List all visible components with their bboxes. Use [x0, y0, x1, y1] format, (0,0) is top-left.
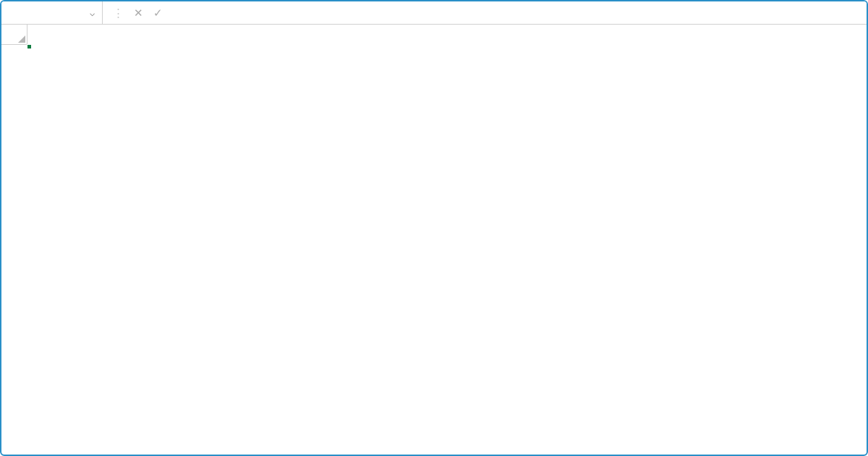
enter-icon[interactable]: ✓ [153, 7, 163, 20]
divider-icon: ⋮ [113, 7, 124, 20]
select-all-corner[interactable] [1, 25, 27, 45]
name-box[interactable]: ⌵ [1, 1, 103, 24]
cancel-icon[interactable]: ✕ [134, 7, 143, 20]
chevron-down-icon[interactable]: ⌵ [90, 8, 95, 18]
fill-handle[interactable] [27, 44, 32, 49]
grid-body[interactable] [27, 45, 867, 455]
formula-bar-icons: ⋮ ✕ ✓ [103, 7, 183, 20]
formula-input[interactable] [183, 1, 867, 24]
spreadsheet [1, 25, 867, 455]
active-cell-outline [27, 45, 30, 48]
formula-bar: ⌵ ⋮ ✕ ✓ [1, 1, 867, 25]
row-headers [1, 45, 27, 455]
